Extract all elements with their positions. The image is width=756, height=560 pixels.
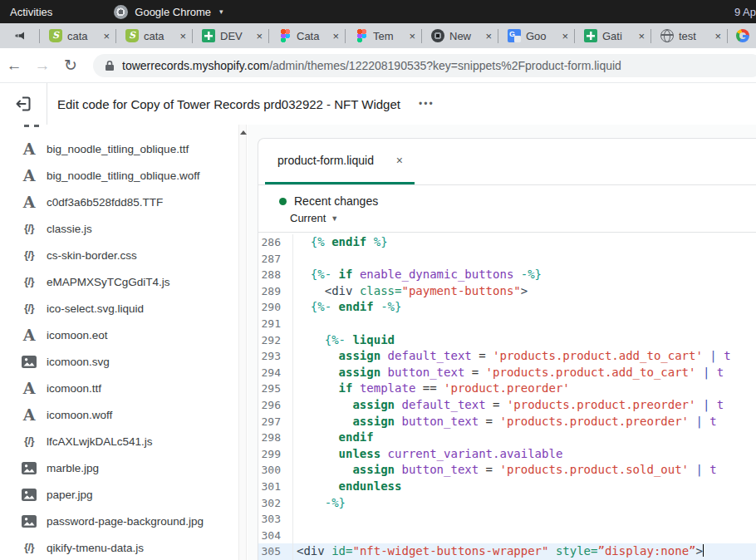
line-content: assign button_text = 'products.product.p… bbox=[293, 414, 717, 430]
file-item[interactable]: A {/} marble.jpg bbox=[0, 454, 248, 481]
file-name: ico-select.svg.liquid bbox=[47, 302, 144, 315]
tab-close-icon[interactable]: × bbox=[485, 31, 492, 42]
tab-strip-tabs: cata × cata × DEV × Cata × Tem × New × G… bbox=[40, 23, 756, 48]
browser-tab[interactable]: test × bbox=[651, 29, 728, 43]
url-domain: towerrecords.myshopify.com bbox=[122, 59, 269, 72]
code-file-icon: {/} bbox=[20, 433, 38, 449]
file-name: eMAPMXSyTCgGdiT4.js bbox=[47, 276, 170, 288]
browser-tab[interactable]: Cata × bbox=[269, 29, 346, 43]
sheets-favicon bbox=[202, 29, 215, 42]
scroll-up-icon[interactable] bbox=[240, 130, 247, 135]
code-line[interactable]: 302 -%} bbox=[258, 495, 756, 512]
tab-title: Tem bbox=[373, 30, 404, 42]
editor-tab-product-form[interactable]: product-form.liquid × bbox=[265, 139, 415, 184]
tab-close-icon[interactable]: × bbox=[562, 31, 568, 42]
clock-label[interactable]: 9 Apr bbox=[734, 0, 756, 23]
app-menu-button[interactable]: Google Chrome ▾ bbox=[114, 5, 223, 19]
code-line[interactable]: 292 {%- liquid bbox=[258, 332, 756, 349]
version-dropdown[interactable]: Current ▼ bbox=[290, 212, 756, 224]
line-content: endif bbox=[293, 430, 374, 446]
google-favicon bbox=[736, 29, 749, 42]
tab-close-icon[interactable]: × bbox=[179, 31, 186, 42]
browser-tab[interactable]: Tem × bbox=[346, 29, 422, 43]
code-line[interactable]: 286 {% endif %} bbox=[258, 234, 756, 251]
code-line[interactable]: 291 bbox=[258, 316, 756, 332]
code-line[interactable]: 287 bbox=[258, 251, 756, 268]
address-bar[interactable]: towerrecords.myshopify.com/admin/themes/… bbox=[93, 54, 756, 77]
forward-button[interactable]: → bbox=[28, 56, 56, 75]
code-line[interactable]: 300 assign button_text = 'products.produ… bbox=[258, 462, 756, 479]
exit-code-editor-button[interactable] bbox=[0, 83, 47, 125]
file-item[interactable]: A {/} icomoon.ttf bbox=[0, 375, 248, 401]
line-content: {%- if enable_dynamic_buttons -%} bbox=[293, 267, 542, 283]
reload-button[interactable]: ↻ bbox=[56, 56, 85, 75]
line-content bbox=[293, 316, 297, 332]
tab-title: Goo bbox=[526, 30, 557, 42]
activities-button[interactable]: Activities bbox=[0, 0, 62, 23]
file-item[interactable]: A {/} password-page-background.jpg bbox=[0, 508, 248, 534]
file-sidebar: A {/} big_noodle_titling_oblique.ttf A {… bbox=[0, 125, 248, 560]
line-content: if template == 'product.preorder' bbox=[293, 381, 570, 397]
line-number: 293 bbox=[258, 348, 293, 365]
file-item[interactable]: A {/} icomoon.svg bbox=[0, 348, 248, 375]
file-item[interactable]: A {/} qikify-tmenu-data.js bbox=[0, 534, 248, 560]
line-number: 295 bbox=[258, 381, 293, 397]
browser-tab[interactable]: DEV × bbox=[193, 29, 269, 43]
browser-tab[interactable]: cata × bbox=[116, 29, 193, 43]
code-editor[interactable]: 286 {% endif %} 287 288 {%- if enable_dy… bbox=[258, 233, 756, 560]
file-item[interactable]: A {/} eMAPMXSyTCgGdiT4.js bbox=[0, 268, 248, 295]
recent-changes-block: Recent changes Current ▼ bbox=[258, 185, 756, 233]
file-item[interactable]: A {/} ico-select.svg.liquid bbox=[0, 295, 248, 322]
file-item[interactable]: A {/} icomoon.eot bbox=[0, 322, 248, 348]
code-line[interactable]: 298 endif bbox=[258, 430, 756, 446]
code-line[interactable]: 290 {%- endif -%} bbox=[258, 299, 756, 316]
file-name: qikify-tmenu-data.js bbox=[47, 542, 144, 554]
tab-close-icon[interactable]: × bbox=[409, 31, 415, 42]
file-item[interactable]: A {/} lfcAXLwjkDALc541.js bbox=[0, 428, 248, 454]
file-item[interactable]: A {/} big_noodle_titling_oblique.woff bbox=[0, 162, 248, 189]
code-line[interactable]: 305 <div id="nft-widget-buttons-wrapper"… bbox=[258, 543, 756, 560]
line-number: 290 bbox=[258, 299, 293, 316]
tab-title: Gati bbox=[602, 30, 633, 42]
browser-tab[interactable]: New × bbox=[422, 29, 498, 43]
url-text: towerrecords.myshopify.com/admin/themes/… bbox=[122, 59, 621, 72]
line-content: assign button_text = 'products.product.a… bbox=[293, 365, 724, 381]
back-button[interactable]: ← bbox=[0, 56, 28, 75]
browser-tab[interactable] bbox=[728, 29, 756, 43]
code-line[interactable]: 304 bbox=[258, 528, 756, 544]
file-item[interactable]: A {/} classie.js bbox=[0, 215, 248, 242]
line-number: 302 bbox=[258, 495, 293, 512]
line-content: {%- liquid bbox=[293, 332, 395, 349]
code-line[interactable]: 288 {%- if enable_dynamic_buttons -%} bbox=[258, 267, 756, 283]
code-line[interactable]: 301 endunless bbox=[258, 479, 756, 495]
tab-close-icon[interactable]: × bbox=[638, 31, 645, 42]
sheets-favicon bbox=[584, 29, 597, 42]
more-actions-button[interactable]: ••• bbox=[419, 98, 434, 110]
code-line[interactable]: 299 unless current_variant.available bbox=[258, 446, 756, 463]
code-line[interactable]: 294 assign button_text = 'products.produ… bbox=[258, 365, 756, 381]
code-line[interactable]: 293 assign default_text = 'products.prod… bbox=[258, 348, 756, 365]
file-item[interactable]: A {/} paper.jpg bbox=[0, 481, 248, 508]
tab-close-icon[interactable]: × bbox=[256, 31, 263, 42]
code-line[interactable]: 289 <div class="payment-buttons"> bbox=[258, 283, 756, 300]
tab-title: DEV bbox=[220, 30, 251, 42]
file-item[interactable]: A {/} cs-skin-border.css bbox=[0, 242, 248, 268]
code-line[interactable]: 295 if template == 'product.preorder' bbox=[258, 381, 756, 397]
editor-tab-close-icon[interactable]: × bbox=[396, 154, 403, 167]
browser-tab[interactable]: cata × bbox=[40, 29, 116, 43]
code-line[interactable]: 303 bbox=[258, 511, 756, 528]
sidebar-scrollbar[interactable] bbox=[238, 125, 247, 560]
file-name: icomoon.svg bbox=[47, 356, 110, 368]
tab-close-icon[interactable]: × bbox=[332, 31, 339, 42]
browser-tab[interactable]: Gati × bbox=[575, 29, 651, 43]
file-item[interactable]: A {/} icomoon.woff bbox=[0, 401, 248, 428]
file-item[interactable]: A {/} c0df3a6b528fdd85.TTF bbox=[0, 189, 248, 215]
tab-audio-button[interactable] bbox=[0, 29, 40, 43]
line-number: 297 bbox=[258, 414, 293, 430]
tab-close-icon[interactable]: × bbox=[103, 31, 110, 42]
tab-close-icon[interactable]: × bbox=[714, 31, 721, 42]
code-line[interactable]: 296 assign default_text = 'products.prod… bbox=[258, 397, 756, 414]
file-item[interactable]: A {/} big_noodle_titling_oblique.ttf bbox=[0, 135, 248, 162]
browser-tab[interactable]: Goo × bbox=[498, 29, 575, 43]
code-line[interactable]: 297 assign button_text = 'products.produ… bbox=[258, 414, 756, 430]
